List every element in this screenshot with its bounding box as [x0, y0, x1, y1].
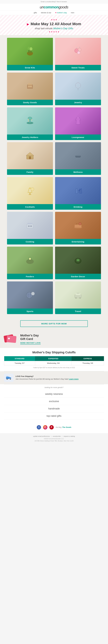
product-family[interactable]: Family [7, 142, 53, 175]
drinking-label: Drinking [55, 204, 101, 210]
product-jewelry[interactable]: Jewelry [55, 72, 101, 105]
navigation: gifts kitchen & bar mother's day men [0, 10, 108, 15]
jewelry-holders-image [7, 108, 53, 134]
loungewear-label: Loungewear [55, 134, 101, 140]
truck-icon [4, 374, 13, 382]
entertaining-label: Entertaining [55, 239, 101, 244]
cocktails-image [7, 177, 53, 204]
product-loungewear[interactable]: Loungewear [55, 108, 101, 140]
gift-card-icon: ♥ [4, 334, 17, 344]
gift-card-text: Mother's Day Gift Card SEND INSTANT LOVE [20, 334, 41, 344]
product-geeky-goods[interactable]: Geeky Goods [7, 72, 53, 105]
email-wrapper: Email a unsubscribing? View in browser. … [0, 0, 108, 444]
footer-update-prefs[interactable]: update email preferences [33, 436, 50, 437]
sports-label: Sports [7, 308, 53, 314]
topbar-view-link[interactable]: View in browser. [56, 1, 67, 2]
drinking-image [55, 177, 101, 204]
free-shipping-learn-more[interactable]: Learn more [69, 378, 79, 380]
product-wellness[interactable]: Wellness [55, 142, 101, 175]
svg-point-15 [30, 86, 32, 87]
shipping-table: STANDARD EXPEDITED EXPRESS Tuesday, 5/7 … [4, 356, 104, 366]
footer-copyright: ©2019 UncommonGoods LLC. [4, 438, 104, 440]
more-gifts-button[interactable]: MORE GIFTS FOR MOM [20, 320, 88, 327]
shipping-note: *order by 5pm EST to ensure delivery by … [4, 367, 104, 368]
travel-image [55, 282, 101, 308]
topbar-text: Email a unsubscribing? [41, 1, 57, 2]
svg-rect-58 [77, 293, 79, 294]
family-image [7, 142, 53, 169]
more-link-weekly-newness[interactable]: weekly newness [4, 390, 104, 398]
footer-unsubscribe[interactable]: unsubscribe [53, 436, 61, 437]
cocktails-label: Cocktails [7, 204, 53, 210]
geeky-goods-label: Geeky Goods [7, 100, 53, 105]
more-link-top-rated[interactable]: top-rated gifts [4, 412, 104, 420]
svg-rect-12 [28, 83, 30, 85]
geeky-goods-image [7, 72, 53, 100]
blog-label: the blog [56, 426, 62, 428]
svg-point-14 [28, 86, 30, 87]
svg-rect-66 [6, 376, 8, 377]
product-drinking[interactable]: Drinking [55, 177, 101, 210]
svg-rect-28 [29, 156, 31, 159]
more-link-exclusive[interactable]: exclusive [4, 398, 104, 405]
svg-rect-40 [27, 223, 32, 224]
svg-rect-33 [76, 157, 81, 158]
product-grow-kits[interactable]: Grow Kits [7, 38, 53, 70]
svg-rect-61 [6, 377, 9, 379]
sports-image [7, 282, 53, 308]
shipping-section: Mother's Day Shipping Cutoffs STANDARD E… [0, 348, 108, 371]
logo-common: common [44, 5, 59, 9]
product-entertaining[interactable]: Entertaining [55, 212, 101, 244]
wellness-label: Wellness [55, 169, 101, 175]
pinterest-icon[interactable]: P [49, 425, 54, 430]
nav-men[interactable]: men [71, 12, 74, 14]
shipping-date-expedited: Wednesday, 5/8 [35, 361, 72, 365]
footer-links: update email preferences | unsubscribe |… [4, 436, 104, 437]
svg-point-47 [29, 258, 31, 260]
svg-point-42 [30, 225, 32, 227]
shipping-col-standard: STANDARD [4, 356, 35, 361]
more-link-handmade[interactable]: handmade [4, 405, 104, 412]
svg-point-45 [79, 222, 81, 225]
product-sweet-treats[interactable]: Sweet Treats [55, 38, 101, 70]
jewelry-holders-label: Jewelry Holders [7, 134, 53, 140]
hero-hearts-bottom: ♥ ♥ ♥ ♥ ♥ [4, 31, 104, 33]
svg-point-19 [78, 82, 79, 83]
product-feeders[interactable]: Feeders [7, 247, 53, 279]
feeders-image [7, 247, 53, 274]
svg-point-24 [31, 120, 32, 120]
hero-section: ♥ ♥ ♥ ▶ Make May 12 All About Mom shop l… [0, 15, 108, 35]
blog-name: The Goods [62, 426, 71, 428]
shipping-date-standard: Tuesday, 5/7 [4, 361, 35, 365]
product-garden-decor[interactable]: Garden Decor [55, 247, 101, 279]
cooking-label: Cooking [7, 239, 53, 244]
svg-point-17 [76, 84, 80, 87]
instagram-icon[interactable] [43, 425, 47, 430]
footer-address: 140 58th Street, Building B Suite 7BE, B… [4, 440, 104, 442]
nav-gifts[interactable]: gifts [34, 12, 37, 14]
grow-kits-label: Grow Kits [7, 65, 53, 70]
social-footer: f P the blog The Goods [0, 422, 108, 433]
product-cooking[interactable]: Cooking [7, 212, 53, 244]
product-jewelry-holders[interactable]: Jewelry Holders [7, 108, 53, 140]
svg-rect-13 [30, 84, 32, 85]
facebook-icon[interactable]: f [37, 425, 41, 430]
blog-link[interactable]: the blog The Goods [56, 426, 71, 428]
loungewear-image [55, 108, 101, 134]
product-cocktails[interactable]: Cocktails [7, 177, 53, 210]
family-label: Family [7, 169, 53, 175]
top-bar: Email a unsubscribing? View in browser. [0, 0, 108, 4]
svg-point-59 [76, 298, 77, 298]
product-travel[interactable]: Travel [55, 282, 101, 314]
more-section-label: looking for more goods? [4, 386, 104, 388]
send-instant-love-link[interactable]: SEND INSTANT LOVE [20, 342, 41, 344]
product-sports[interactable]: Sports [7, 282, 53, 314]
nav-kitchen-bar[interactable]: kitchen & bar [41, 12, 51, 14]
grid-row-4: Family Wellness [4, 142, 104, 175]
nav-mothers-day[interactable]: mother's day [55, 12, 67, 14]
footer-catalog[interactable]: request a catalog [64, 436, 75, 437]
cooking-image [7, 212, 53, 239]
logo[interactable]: uncommongoods [3, 5, 105, 9]
shipping-dates-row: Tuesday, 5/7 Wednesday, 5/8 Thursday, 5/… [4, 361, 104, 365]
product-grid: Grow Kits Sweet Treats [0, 35, 108, 319]
